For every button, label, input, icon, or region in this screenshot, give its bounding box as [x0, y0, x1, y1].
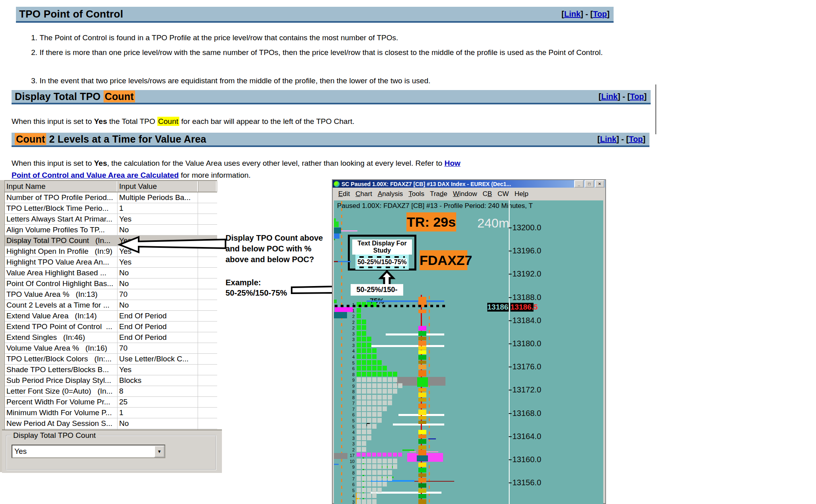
page-title: TPO Point of Control: [19, 8, 123, 20]
window-titlebar[interactable]: SC Paused 1.00X: FDAXZ7 [CB] #13 DAX Ind…: [333, 180, 605, 188]
tpo-block: [377, 395, 382, 400]
table-row[interactable]: Count 2 Levels at a Time for ...No: [5, 300, 217, 311]
table-row[interactable]: Shade TPO Letters/Blocks B...Yes: [5, 365, 217, 375]
menu-item-edit[interactable]: Edit: [338, 190, 350, 198]
table-header-row: Input Name Input Value: [5, 181, 217, 192]
tpo-block: [372, 366, 377, 371]
menu-item-help[interactable]: Help: [514, 190, 528, 198]
table-row[interactable]: Volume Value Area % (In:16)70: [5, 343, 217, 354]
tpo-block: [382, 459, 387, 463]
tpo-block: [372, 395, 377, 400]
cell-input-value: Blocks: [118, 375, 198, 386]
table-row[interactable]: Highlight TPO Value Area An...Yes: [5, 257, 217, 268]
minimize-button[interactable]: _: [574, 180, 584, 188]
menu-item-cw[interactable]: CW: [498, 190, 509, 198]
chart-mark: [336, 222, 339, 227]
tpo-block: [388, 453, 392, 457]
tr-timer-badge: TR: 29s: [406, 212, 456, 231]
link-anchor[interactable]: Link: [601, 92, 618, 101]
link-anchor[interactable]: Link: [600, 135, 616, 143]
tpo-block: [388, 470, 392, 475]
cell-empty: [198, 289, 217, 300]
top-anchor[interactable]: Top: [630, 92, 644, 101]
tpo-count-label: 4: [347, 430, 355, 435]
section-header-count-2-levels: Count 2 Levels at a Time for Value Area …: [12, 133, 649, 147]
candle-block: [418, 450, 426, 455]
table-row[interactable]: Extend Value Area (In:14)End Of Period: [5, 311, 217, 322]
cell-input-name: Value Area Highlight Based ...: [5, 268, 118, 278]
tpo-block: [362, 337, 366, 341]
menu-item-chart[interactable]: Chart: [355, 190, 372, 198]
tpo-count-label: 9: [347, 465, 355, 469]
cell-input-value: End Of Period: [118, 322, 198, 332]
close-button[interactable]: ✕: [595, 180, 604, 188]
top-anchor[interactable]: Top: [593, 10, 607, 18]
menu-item-trade[interactable]: Trade: [430, 190, 447, 198]
table-row[interactable]: New Period At Day Session S...No: [5, 418, 217, 429]
table-row[interactable]: Percent Width For Volume Pr...25: [5, 397, 217, 408]
table-row[interactable]: Sub Period Price Display Styl...Blocks: [5, 375, 217, 386]
paragraph-count-2-levels-line1: When this input is set to Yes, the calcu…: [12, 157, 804, 169]
table-row[interactable]: Value Area Highlight Based ...No: [5, 268, 217, 278]
annotation-line-1: Display TPO Count above: [226, 233, 323, 243]
price-scale-label: 13168.0: [512, 409, 540, 418]
table-row[interactable]: Minimum Width For Volume P...1: [5, 408, 217, 418]
tpo-block: [382, 476, 387, 481]
tpo-block: [362, 429, 366, 434]
tpo-count-label: 3: [347, 331, 355, 336]
tpo-block: [393, 459, 397, 463]
cell-input-name: Letter Font Size (0=Auto) (In...: [5, 386, 118, 396]
tpo-block: [393, 453, 397, 457]
tpo-block: [362, 320, 366, 324]
tpo-block: [362, 412, 366, 417]
price-scale-label: 13156.0: [512, 478, 540, 488]
column-header-input-name[interactable]: Input Name: [5, 181, 118, 192]
tpo-block: [388, 377, 392, 382]
paragraph-display-total-tpo-count: When this input is set to Yes the Total …: [12, 116, 649, 127]
tpo-block: [367, 476, 371, 481]
text-display-for-study-callout[interactable]: Text Display For Study 50-25%/150-75%: [348, 235, 416, 271]
menu-item-tools[interactable]: Tools: [408, 190, 424, 198]
table-row[interactable]: TPO Value Area % (In:13)70: [5, 289, 217, 300]
candle-block: [418, 392, 426, 397]
tpo-block: [357, 493, 361, 498]
tpo-block: [362, 493, 366, 498]
table-row[interactable]: Number of TPO Profile Period...Multiple …: [5, 192, 217, 203]
menu-item-cb[interactable]: CB: [483, 190, 492, 198]
tpo-count-label: 4: [347, 494, 355, 498]
menu-item-window[interactable]: Window: [453, 190, 477, 198]
table-row[interactable]: Letters Always Start At Primar...Yes: [5, 214, 217, 225]
table-row[interactable]: TPO Letter/Block Time Perio...1: [5, 203, 217, 214]
table-row[interactable]: TPO Letter/Block Colors (In:...Use Lette…: [5, 354, 217, 365]
tpo-block: [377, 400, 382, 405]
tpo-block: [372, 476, 377, 481]
chart-mark: [334, 453, 347, 459]
chart-area[interactable]: Paused 1.00X: FDAXZ7 [CB] #13 - Profile …: [334, 200, 603, 504]
top-anchor[interactable]: Top: [629, 135, 643, 143]
cell-input-name: TPO Value Area % (In:13): [5, 289, 118, 300]
menu-item-analysis[interactable]: Analysis: [378, 190, 403, 198]
table-row[interactable]: Point Of Control Highlight Bas...No: [5, 278, 217, 289]
input-edit-panel: Display Total TPO Count Yes ▼: [2, 429, 222, 473]
tpo-block: [377, 470, 382, 475]
candle-block: [417, 377, 428, 387]
tpo-block: [398, 383, 402, 388]
tpo-block: [388, 464, 392, 469]
link-anchor[interactable]: Link: [564, 10, 581, 18]
candle-block: [418, 463, 426, 467]
maximize-button[interactable]: □: [585, 180, 594, 188]
table-row[interactable]: Extend Singles (In:46)End Of Period: [5, 332, 217, 343]
column-header-input-value[interactable]: Input Value: [118, 181, 198, 192]
how-poc-va-calculated-link[interactable]: How: [444, 159, 460, 167]
cell-input-name: Number of TPO Profile Period...: [5, 192, 118, 203]
cell-input-value: End Of Period: [118, 311, 198, 321]
tpo-block: [362, 435, 366, 440]
table-row[interactable]: Align Volume Profiles To TP...No: [5, 225, 217, 235]
combobox-dropdown-button[interactable]: ▼: [154, 445, 165, 457]
tpo-block: [382, 372, 387, 377]
how-poc-va-calculated-link[interactable]: Point of Control and Value Area are Calc…: [12, 171, 179, 179]
tpo-block: [357, 482, 361, 486]
table-row[interactable]: Letter Font Size (0=Auto) (In...8: [5, 386, 217, 397]
display-total-tpo-count-combobox[interactable]: Yes ▼: [12, 445, 165, 458]
table-row[interactable]: Extend TPO Point of Control ...End Of Pe…: [5, 322, 217, 332]
